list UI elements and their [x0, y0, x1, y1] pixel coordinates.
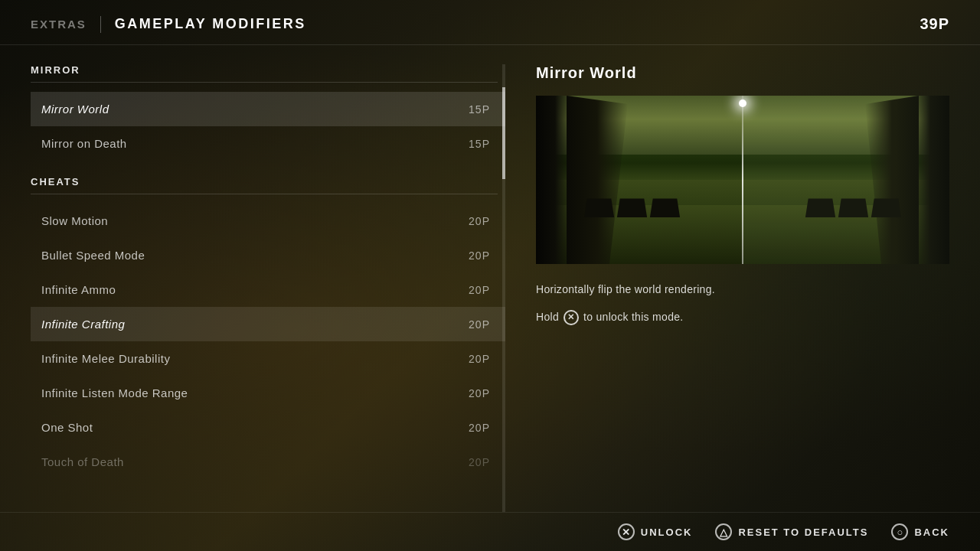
mirror-line — [742, 96, 743, 264]
menu-item-bullet-speed[interactable]: Bullet Speed Mode 20P — [31, 238, 505, 272]
menu-item-infinite-ammo[interactable]: Infinite Ammo 20P — [31, 272, 505, 307]
mirror-tint — [743, 96, 949, 264]
reset-label: RESET TO DEFAULTS — [738, 527, 868, 538]
infinite-melee-label: Infinite Melee Durability — [41, 352, 170, 365]
triangle-symbol — [720, 527, 727, 538]
bottom-bar: UNLOCK RESET TO DEFAULTS BACK — [0, 512, 980, 551]
menu-item-one-shot[interactable]: One Shot 20P — [31, 410, 505, 445]
mirror-light — [739, 99, 746, 107]
extras-label[interactable]: EXTRAS — [31, 18, 87, 31]
faded-price: 20P — [469, 456, 490, 468]
mirror-world-label: Mirror World — [41, 103, 109, 116]
left-panel: MIRROR Mirror World 15P Mirror on Death … — [0, 45, 505, 512]
slow-motion-label: Slow Motion — [41, 214, 108, 227]
menu-item-mirror-world[interactable]: Mirror World 15P — [31, 92, 505, 126]
detail-unlock-text: Hold ✕ to unlock this mode. — [536, 308, 949, 325]
menu-item-infinite-melee[interactable]: Infinite Melee Durability 20P — [31, 341, 505, 376]
cross-icon — [618, 523, 635, 540]
section-cheats-header: CHEATS — [31, 176, 498, 194]
mirror-on-death-label: Mirror on Death — [41, 137, 127, 150]
scene-objects-left — [586, 197, 678, 217]
infinite-melee-price: 20P — [469, 353, 490, 365]
unlock-hold-text: Hold — [536, 308, 559, 325]
section-mirror-header: MIRROR — [31, 64, 498, 83]
circle-symbol — [897, 527, 903, 538]
header-divider — [100, 16, 101, 33]
menu-list: MIRROR Mirror World 15P Mirror on Death … — [31, 64, 505, 512]
infinite-ammo-price: 20P — [469, 284, 490, 296]
page-title: GAMEPLAY MODIFIERS — [115, 16, 306, 32]
infinite-listen-label: Infinite Listen Mode Range — [41, 386, 188, 399]
bullet-speed-label: Bullet Speed Mode — [41, 249, 145, 262]
detail-title: Mirror World — [536, 64, 949, 82]
back-action[interactable]: BACK — [891, 523, 949, 540]
infinite-crafting-label: Infinite Crafting — [41, 318, 125, 331]
triangle-icon — [715, 523, 732, 540]
menu-item-infinite-listen[interactable]: Infinite Listen Mode Range 20P — [31, 376, 505, 410]
slow-motion-price: 20P — [469, 215, 490, 227]
infinite-listen-price: 20P — [469, 387, 490, 399]
main-content: MIRROR Mirror World 15P Mirror on Death … — [0, 45, 980, 512]
menu-item-infinite-crafting[interactable]: Infinite Crafting 20P — [31, 307, 505, 341]
scrollbar-thumb — [502, 87, 505, 179]
bullet-speed-price: 20P — [469, 249, 490, 262]
faded-label: Touch of Death — [41, 455, 124, 468]
mirror-on-death-price: 15P — [469, 138, 490, 150]
menu-item-faded[interactable]: Touch of Death 20P — [31, 445, 505, 479]
unlock-button-icon: ✕ — [564, 310, 579, 325]
unlock-action[interactable]: UNLOCK — [618, 523, 693, 540]
unlock-suffix-text: to unlock this mode. — [583, 308, 684, 325]
scrollbar[interactable] — [502, 64, 505, 512]
back-label: BACK — [914, 527, 949, 538]
menu-item-mirror-on-death[interactable]: Mirror on Death 15P — [31, 126, 505, 161]
cross-symbol — [622, 527, 630, 538]
infinite-crafting-price: 20P — [469, 318, 490, 331]
detail-description: Horizontally flip the world rendering. — [536, 281, 949, 298]
header: EXTRAS GAMEPLAY MODIFIERS 39P — [0, 0, 980, 45]
player-points: 39P — [920, 15, 949, 33]
reset-action[interactable]: RESET TO DEFAULTS — [715, 523, 868, 540]
right-panel: Mirror World — [505, 45, 980, 512]
circle-icon — [891, 523, 908, 540]
menu-item-slow-motion[interactable]: Slow Motion 20P — [31, 204, 505, 238]
unlock-label: UNLOCK — [641, 527, 693, 538]
one-shot-label: One Shot — [41, 421, 93, 434]
one-shot-price: 20P — [469, 422, 490, 434]
infinite-ammo-label: Infinite Ammo — [41, 283, 116, 296]
detail-image — [536, 96, 949, 264]
mirror-world-price: 15P — [469, 103, 490, 116]
